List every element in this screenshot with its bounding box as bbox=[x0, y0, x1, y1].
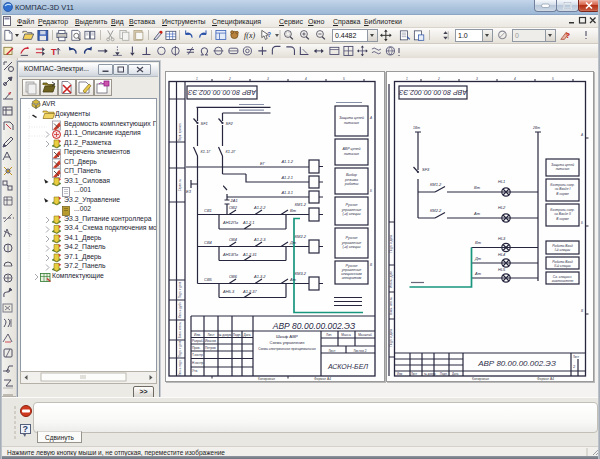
svg-text:Перв. примен.: Перв. примен. bbox=[178, 122, 182, 141]
svg-text:К1.1Г: К1.1Г bbox=[201, 149, 212, 154]
svg-text:2А1: 2А1 bbox=[230, 198, 238, 203]
svg-text:Вт: Вт bbox=[290, 208, 297, 213]
svg-text:3: 3 bbox=[267, 77, 269, 81]
svg-text:В: В bbox=[370, 263, 373, 267]
svg-text:Инв.№ дубл.: Инв.№ дубл. bbox=[178, 302, 182, 319]
svg-text:А1.1.2: А1.1.2 bbox=[280, 159, 293, 164]
svg-text:работы: работы bbox=[344, 182, 359, 186]
svg-text:А: А bbox=[580, 133, 583, 137]
svg-text:А1.2.3: А1.2.3 bbox=[253, 237, 266, 242]
svg-text:А1.3.2: А1.3.2 bbox=[253, 274, 266, 279]
svg-text:АВР 80.00.00.002.ЭЗ: АВР 80.00.00.002.ЭЗ bbox=[398, 89, 468, 96]
svg-text:Н.контр.: Н.контр. bbox=[192, 361, 204, 365]
svg-text:Ручное: Ручное bbox=[345, 236, 357, 240]
svg-text:Б: Б bbox=[581, 221, 583, 225]
svg-text:ОВ6: ОВ6 bbox=[229, 274, 238, 279]
svg-text:А1.3.1: А1.3.1 bbox=[280, 190, 293, 195]
svg-text:Подп. и дата: Подп. и дата bbox=[389, 235, 393, 253]
svg-text:ОВ2: ОВ2 bbox=[229, 205, 238, 210]
svg-text:А1.2.1: А1.2.1 bbox=[242, 220, 255, 225]
svg-text:КМ1.2: КМ1.2 bbox=[295, 202, 307, 207]
svg-text:Подп.: Подп. bbox=[233, 333, 242, 337]
svg-text:Изм: Изм bbox=[397, 372, 402, 376]
svg-text:Схема электрическая принципиал: Схема электрическая принципиальная bbox=[258, 347, 316, 351]
svg-text:СВ4: СВ4 bbox=[204, 240, 213, 245]
svg-text:Защита цепей: Защита цепей bbox=[339, 116, 364, 120]
svg-text:Подп. и дата: Подп. и дата bbox=[178, 340, 182, 357]
svg-text:Лист: Лист bbox=[573, 355, 580, 359]
svg-text:АВР 80.00.00.002.ЭЗ: АВР 80.00.00.002.ЭЗ bbox=[187, 89, 257, 96]
svg-text:Лист: Лист bbox=[411, 372, 418, 376]
svg-text:управление: управление bbox=[341, 241, 362, 245]
svg-text:Подп. и дата: Подп. и дата bbox=[389, 329, 393, 347]
svg-text:НL4: НL4 bbox=[498, 252, 506, 257]
svg-text:ОВ4: ОВ4 bbox=[229, 237, 238, 242]
svg-text:ЕЗ: ЕЗ bbox=[186, 189, 192, 194]
svg-text:на Вводе I: на Вводе I bbox=[555, 187, 571, 191]
svg-text:SF1: SF1 bbox=[201, 121, 208, 126]
svg-text:3: 3 bbox=[476, 77, 478, 81]
svg-text:ЕГ: ЕГ bbox=[260, 161, 266, 166]
svg-text:Дт: Дт bbox=[289, 240, 297, 245]
svg-text:4: 4 bbox=[305, 77, 307, 81]
svg-text:В норме: В норме bbox=[556, 192, 569, 196]
svg-text:Подп. и дата: Подп. и дата bbox=[178, 281, 182, 298]
svg-text:Петров: Петров bbox=[205, 346, 216, 350]
svg-text:А: А bbox=[369, 116, 372, 120]
svg-text:НL3: НL3 bbox=[498, 236, 506, 241]
svg-text:Схема управления: Схема управления bbox=[270, 340, 305, 345]
svg-text:Утв.: Утв. bbox=[192, 369, 198, 373]
svg-text:II-й секции: II-й секции bbox=[554, 264, 570, 268]
svg-text:?: ? bbox=[267, 31, 271, 38]
svg-text:Формат А4: Формат А4 bbox=[314, 377, 331, 381]
svg-text:(-в) секции: (-в) секции bbox=[342, 245, 360, 249]
svg-text:НL5: НL5 bbox=[498, 267, 506, 272]
svg-text:№ докум.: № докум. bbox=[218, 333, 232, 337]
svg-text:Иванов: Иванов bbox=[205, 339, 216, 343]
svg-text:4: 4 bbox=[514, 77, 516, 81]
svg-text:Т.контр.: Т.контр. bbox=[192, 353, 204, 357]
svg-text:режима: режима bbox=[344, 178, 358, 182]
svg-text:Масштаб: Масштаб bbox=[358, 333, 372, 337]
svg-text:Взам. инв.№: Взам. инв.№ bbox=[389, 296, 393, 315]
svg-text:?: ? bbox=[565, 31, 570, 40]
svg-text:Вт: Вт bbox=[475, 240, 482, 245]
svg-text:SF3: SF3 bbox=[422, 167, 430, 172]
svg-text:Справ. №: Справ. № bbox=[178, 179, 182, 192]
svg-text:Контроль напр.: Контроль напр. bbox=[550, 208, 575, 212]
svg-text:f(x): f(x) bbox=[244, 31, 255, 40]
svg-text:НL1: НL1 bbox=[498, 179, 505, 184]
svg-text:В: В bbox=[581, 309, 584, 313]
svg-text:Шкаф АВР: Шкаф АВР bbox=[276, 334, 298, 339]
svg-text:(-в) секции: (-в) секции bbox=[342, 212, 360, 216]
svg-text:АВР цепей: АВР цепей bbox=[341, 147, 360, 151]
svg-text:Формат А4: Формат А4 bbox=[537, 377, 554, 381]
svg-text:Ат: Ат bbox=[474, 271, 482, 276]
svg-text:Ат: Ат bbox=[473, 211, 481, 216]
svg-text:Разраб.: Разраб. bbox=[192, 339, 204, 343]
svg-text:SF2: SF2 bbox=[226, 121, 234, 126]
svg-text:А1.2.37: А1.2.37 bbox=[242, 289, 258, 294]
svg-text:Взам. инв.№: Взам. инв.№ bbox=[178, 322, 182, 339]
svg-text:1: 1 bbox=[406, 77, 408, 81]
svg-text:Копировал: Копировал bbox=[258, 377, 275, 381]
svg-text:1: 1 bbox=[196, 77, 198, 81]
svg-text:В норме: В норме bbox=[556, 217, 569, 221]
svg-text:АВР 80.00.00.002.ЭЗ: АВР 80.00.00.002.ЭЗ bbox=[272, 321, 356, 331]
svg-text:А1.2.1: А1.2.1 bbox=[280, 175, 293, 180]
svg-text:на Вводе II: на Вводе II bbox=[554, 212, 571, 216]
svg-text:Масса: Масса bbox=[341, 333, 351, 337]
svg-text:Выбор: Выбор bbox=[346, 173, 357, 177]
svg-text:Защита цепей: Защита цепей bbox=[551, 163, 574, 167]
svg-text:Б: Б bbox=[370, 189, 372, 193]
svg-text:5: 5 bbox=[552, 77, 554, 81]
svg-text:НL2: НL2 bbox=[498, 205, 506, 210]
svg-text:К1.2Г: К1.2Г bbox=[226, 149, 237, 154]
svg-text:2: 2 bbox=[228, 77, 231, 81]
svg-text:Инв.№ дубл.: Инв.№ дубл. bbox=[389, 270, 393, 288]
svg-text:питания: питания bbox=[344, 152, 359, 156]
svg-text:АН13Пв: АН13Пв bbox=[222, 252, 238, 257]
svg-text:аппаратом: аппаратом bbox=[342, 276, 362, 280]
svg-text:Лит.: Лит. bbox=[326, 333, 332, 337]
svg-text:СВ1: СВ1 bbox=[204, 208, 212, 213]
